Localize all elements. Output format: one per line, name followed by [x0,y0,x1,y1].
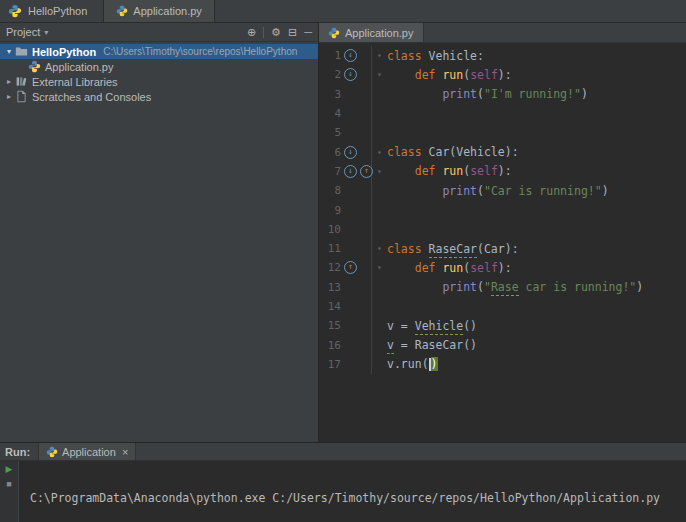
fold-icon[interactable]: ▾ [372,70,387,79]
code-text[interactable]: v.run() [387,357,438,371]
line-number: 14 [319,300,341,313]
code-line: 4 [319,104,686,123]
line-number: 13 [319,281,341,294]
chevron-down-icon[interactable]: ▾ [4,47,14,56]
line-number: 16 [319,339,341,352]
code-token: self [470,68,498,82]
run-panel-header: Run: Application × [0,443,686,460]
code-token [387,261,415,275]
code-token: ) [636,280,643,294]
title-doc-tab[interactable]: Application.py [103,0,215,22]
code-area[interactable]: 1↓▾class Vehicle:2↓▾ def run(self):3 pri… [319,43,686,442]
rerun-icon[interactable]: ▶ [6,465,13,474]
fold-icon[interactable]: ▾ [372,51,387,60]
code-text[interactable]: print("Car is running!") [387,184,609,198]
fold-icon[interactable]: ▾ [372,167,387,176]
project-tree: ▾ HelloPython C:\Users\Timothy\source\re… [0,42,318,104]
gutter-icons: ↑ [341,258,372,277]
override-down-icon[interactable]: ↓ [344,165,357,178]
hide-panel-icon[interactable]: ─ [304,26,312,38]
editor-tab-label: Application.py [345,27,414,39]
code-text[interactable]: class RaseCar(Car): [387,242,519,256]
project-panel-header: Project ▾ ⊕ ⚙ ⊟ ─ [0,23,318,42]
collapse-all-icon[interactable]: ⊟ [288,26,297,39]
code-token: v = [387,319,415,333]
code-token: ) [602,184,609,198]
code-text[interactable]: def run(self): [387,164,512,178]
code-text[interactable]: v = Vehicle() [387,319,477,333]
gutter-icons: ↓↑ [341,162,372,181]
code-line: 14 [319,297,686,316]
code-text[interactable]: print("Rase car is running!") [387,280,643,294]
code-line: 15v = Vehicle() [319,316,686,335]
override-up-icon[interactable]: ↑ [344,261,357,274]
code-text[interactable]: def run(self): [387,261,512,275]
code-text[interactable]: class Car(Vehicle): [387,145,519,159]
code-line: 17v.run() [319,355,686,374]
code-token: v [387,338,394,354]
run-panel: Run: Application × ▶ ■ C:\ProgramData\An… [0,442,686,522]
run-tab-application[interactable]: Application × [38,443,136,460]
gutter-icons [341,297,372,316]
tree-label-project: HelloPython [32,46,96,58]
run-body: ▶ ■ C:\ProgramData\Anaconda\python.exe C… [0,460,686,522]
chevron-right-icon[interactable]: ▸ [4,92,14,101]
code-token: car is running!" [519,280,637,294]
editor-tab-application-py[interactable]: Application.py [319,23,424,42]
line-number: 9 [319,204,341,217]
line-number: 11 [319,242,341,255]
gutter-icons [341,200,372,219]
gutter-icons [341,335,372,354]
project-panel-title[interactable]: Project [6,26,40,38]
python-file-icon [28,60,41,73]
fold-icon[interactable]: ▾ [372,244,387,253]
fold-icon[interactable]: ▾ [372,148,387,157]
override-down-icon[interactable]: ↓ [344,146,357,159]
python-file-icon [328,27,340,39]
code-token [387,184,442,198]
settings-icon[interactable]: ⚙ [271,26,281,39]
title-doc-tab-label: Application.py [133,5,202,17]
ide-window: HelloPython Application.py Project ▾ ⊕ ⚙… [0,0,686,522]
scratches-icon [15,90,28,103]
project-panel: Project ▾ ⊕ ⚙ ⊟ ─ ▾ HelloPython [0,23,319,442]
code-token: "Car is running!" [484,184,602,198]
line-number: 17 [319,358,341,371]
chevron-right-icon[interactable]: ▸ [4,77,14,86]
line-number: 3 [319,88,341,101]
stop-icon[interactable]: ■ [6,480,11,489]
override-down-icon[interactable]: ↓ [344,68,357,81]
code-token: Car(Vehicle): [429,145,519,159]
editor-column: Application.py 1↓▾class Vehicle:2↓▾ def … [319,23,686,442]
tree-row-application-py[interactable]: Application.py [0,59,318,74]
locate-icon[interactable]: ⊕ [247,26,256,39]
code-line: 5 [319,123,686,142]
code-token: ( [422,357,429,371]
fold-icon[interactable]: ▾ [372,263,387,272]
code-token: ( [477,184,484,198]
code-text[interactable]: class Vehicle: [387,49,484,63]
code-text[interactable]: v = RaseCar() [387,338,477,352]
code-token: print [442,87,477,101]
code-text[interactable]: print("I'm running!") [387,87,588,101]
line-number: 15 [319,319,341,332]
tree-row-scratches[interactable]: ▸ Scratches and Consoles [0,89,318,104]
libraries-icon [15,75,28,88]
gutter-icons [341,220,372,239]
code-token: run [442,164,463,178]
code-text[interactable]: def run(self): [387,68,512,82]
code-line: 8 print("Car is running!") [319,181,686,200]
override-down-icon[interactable]: ↓ [344,49,357,62]
chevron-down-icon[interactable]: ▾ [44,28,48,37]
close-icon[interactable]: × [122,446,128,458]
tree-row-project-root[interactable]: ▾ HelloPython C:\Users\Timothy\source\re… [0,44,318,59]
python-file-icon [116,5,128,17]
code-token: ( [477,87,484,101]
line-number: 5 [319,126,341,139]
code-token: def [415,68,443,82]
tree-label-scratches: Scratches and Consoles [32,91,151,103]
tree-row-external-libraries[interactable]: ▸ External Libraries [0,74,318,89]
python-logo-icon [8,4,22,18]
code-token: Vehicle [415,319,463,335]
console-output: C:\ProgramData\Anaconda\python.exe C:/Us… [19,461,686,522]
